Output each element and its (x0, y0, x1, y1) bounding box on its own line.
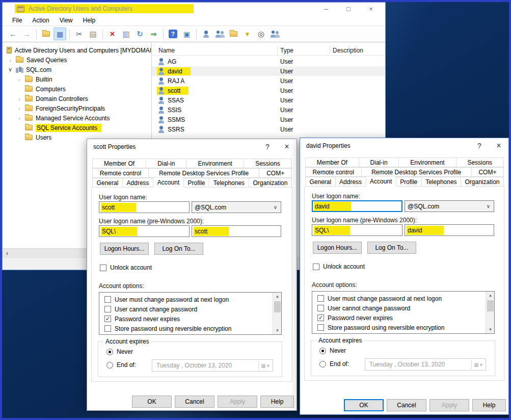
calendar-icon[interactable]: ▦▾ (471, 360, 485, 369)
tab-remote-control[interactable]: Remote control (92, 168, 149, 178)
logon-hours-button[interactable]: Logon Hours... (313, 242, 362, 254)
checkbox-checked-icon[interactable]: ✓ (317, 314, 324, 321)
expires-end-of-radio[interactable]: End of: (106, 361, 136, 369)
list-row-ssrs[interactable]: SSRS User (152, 124, 385, 134)
tab-telephones[interactable]: Telephones (209, 178, 249, 188)
tab-account[interactable]: Account (366, 176, 396, 187)
list-row-ssms[interactable]: SSMS User (152, 115, 385, 124)
radio-selected-icon[interactable] (106, 349, 113, 355)
checkbox-icon[interactable] (317, 305, 324, 311)
expire-date-picker[interactable]: Tuesday , October 13, 2020 ▦▾ (152, 359, 273, 372)
expires-never-radio[interactable]: Never (106, 348, 133, 355)
export-list-icon[interactable]: ⇒ (147, 28, 160, 40)
tab-dial-in[interactable]: Dial-in (146, 159, 186, 168)
tab-account[interactable]: Account (153, 177, 184, 188)
minimize-icon[interactable]: – (315, 3, 337, 15)
show-console-tree-icon[interactable]: ▦ (53, 28, 66, 40)
dialog-close-icon[interactable]: × (278, 139, 295, 154)
radio-icon[interactable] (106, 362, 113, 369)
chevron-right-icon[interactable]: › (17, 115, 22, 121)
close-icon[interactable]: × (360, 3, 382, 15)
option-reversible-encryption[interactable]: Store password using reversible encrypti… (317, 323, 444, 332)
tab-address[interactable]: Address (122, 178, 153, 188)
radio-selected-icon[interactable] (319, 348, 326, 354)
menu-view[interactable]: View (55, 16, 77, 25)
expires-end-of-radio[interactable]: End of: (319, 360, 349, 368)
logon-name-input[interactable]: scott (99, 201, 190, 213)
tab-remote-control[interactable]: Remote control (305, 167, 362, 177)
option-password-never-expires[interactable]: ✓ Password never expires (104, 314, 180, 324)
dialog-help-icon[interactable]: ? (471, 138, 488, 153)
tab-organization[interactable]: Organization (461, 177, 504, 187)
scroll-up-icon[interactable]: ▲ (486, 292, 495, 299)
tree-item-sql-service-accounts[interactable]: SQL Service Accounts (3, 123, 151, 133)
new-ou-icon[interactable] (227, 28, 240, 40)
back-icon[interactable]: ← (7, 28, 19, 40)
dialog-close-icon[interactable]: × (490, 138, 507, 153)
tab-sessions[interactable]: Sessions (456, 158, 504, 167)
pre2000-domain-input[interactable]: SQL\ (99, 225, 190, 237)
cancel-button[interactable]: Cancel (175, 396, 214, 408)
checkbox-icon[interactable] (104, 325, 111, 332)
ok-button[interactable]: OK (344, 399, 384, 411)
filter-icon[interactable]: ▼ (241, 28, 254, 40)
scroll-left-icon[interactable]: ‹ (3, 249, 12, 257)
chevron-right-icon[interactable]: › (17, 96, 22, 102)
unlock-account-checkbox[interactable]: Unlock account (100, 264, 152, 271)
listbox-scrollbar[interactable]: ▲ ▼ (486, 292, 494, 333)
pre2000-name-input[interactable]: david (405, 224, 494, 236)
expires-never-radio[interactable]: Never (319, 347, 346, 354)
list-row-scott[interactable]: scott User (152, 86, 385, 95)
help-button[interactable]: Help (260, 396, 294, 408)
tab-com-plus[interactable]: COM+ (259, 168, 292, 178)
tab-sessions[interactable]: Sessions (244, 159, 292, 168)
tab-dial-in[interactable]: Dial-in (359, 158, 399, 167)
cut-icon[interactable]: ✂ (73, 28, 86, 40)
menu-action[interactable]: Action (28, 16, 53, 25)
unlock-account-checkbox[interactable]: Unlock account (313, 263, 365, 270)
delete-icon[interactable]: × (106, 28, 119, 40)
tab-profile[interactable]: Profile (183, 178, 209, 188)
tab-member-of[interactable]: Member Of (305, 158, 359, 167)
help-button[interactable]: Help (472, 399, 506, 411)
chevron-down-icon[interactable]: ∨ (8, 66, 13, 73)
upn-suffix-dropdown[interactable]: @SQL.com∨ (192, 201, 281, 213)
scrollbar-thumb[interactable] (274, 301, 281, 312)
option-must-change-password[interactable]: User must change password at next logon (104, 295, 229, 304)
refresh-icon[interactable]: ↻ (133, 28, 146, 40)
new-window-icon[interactable]: ▣ (180, 28, 193, 40)
cancel-button[interactable]: Cancel (387, 399, 426, 411)
chevron-right-icon[interactable]: › (8, 57, 13, 63)
chevron-right-icon[interactable]: › (17, 106, 22, 112)
apply-button[interactable]: Apply (429, 399, 469, 411)
list-row-david[interactable]: david User (152, 66, 385, 76)
apply-button[interactable]: Apply (218, 396, 257, 408)
new-group-icon[interactable] (213, 28, 226, 40)
tree-item-sql-com[interactable]: ∨ SQL.com (3, 65, 151, 74)
column-header-type[interactable]: Type (280, 45, 293, 56)
tab-telephones[interactable]: Telephones (421, 177, 461, 187)
scroll-down-icon[interactable]: ▼ (486, 326, 495, 333)
pre2000-name-input[interactable]: scott (192, 225, 281, 237)
tab-address[interactable]: Address (335, 177, 366, 187)
column-header-description[interactable]: Description (333, 45, 363, 56)
tree-item-computers[interactable]: Computers (3, 84, 151, 94)
option-cannot-change-password[interactable]: User cannot change password (317, 303, 410, 313)
new-user-icon[interactable] (200, 28, 212, 40)
option-cannot-change-password[interactable]: User cannot change password (104, 304, 197, 314)
tab-environment[interactable]: Environment (398, 158, 456, 167)
tab-profile[interactable]: Profile (396, 177, 422, 187)
expire-date-picker[interactable]: Tuesday , October 13, 2020 ▦▾ (365, 358, 486, 371)
delegate-icon[interactable] (268, 28, 281, 40)
tree-item-builtin[interactable]: › Builtin (3, 74, 151, 84)
tab-organization[interactable]: Organization (249, 178, 292, 188)
checkbox-icon[interactable] (104, 306, 111, 312)
ok-button[interactable]: OK (132, 396, 172, 408)
scroll-up-icon[interactable]: ▲ (273, 293, 282, 300)
logon-name-input[interactable]: david (312, 200, 402, 212)
logon-hours-button[interactable]: Logon Hours... (100, 243, 149, 255)
tree-item-managed-service-accounts[interactable]: › Managed Service Accounts (3, 113, 151, 123)
maximize-icon[interactable]: □ (337, 3, 360, 15)
tab-member-of[interactable]: Member Of (92, 159, 146, 168)
pre2000-domain-input[interactable]: SQL\ (312, 224, 402, 236)
